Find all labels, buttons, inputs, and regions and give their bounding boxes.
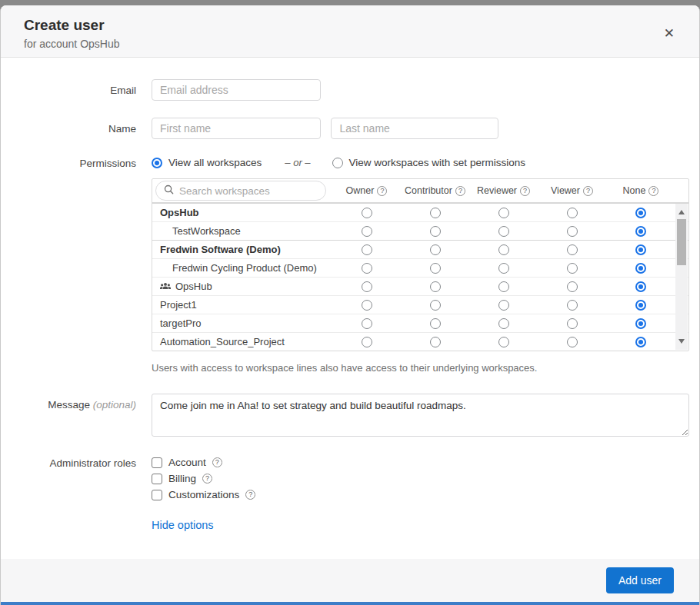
- workspace-table-row: Owner ? Contributor ? Reviewer ?: [1, 178, 699, 351]
- billing-label: Billing: [168, 473, 196, 484]
- radio-reviewer[interactable]: [498, 281, 509, 292]
- view-set-permissions-option[interactable]: View workspaces with set permissions: [332, 157, 525, 168]
- radio-none[interactable]: [635, 281, 646, 292]
- radio-contributor[interactable]: [430, 318, 441, 329]
- question-icon[interactable]: ?: [455, 186, 465, 196]
- workspace-search[interactable]: [155, 181, 326, 201]
- workspace-name: Automation_Source_Project: [152, 336, 332, 347]
- question-icon[interactable]: ?: [648, 186, 658, 196]
- table-row: Fredwin Software (Demo): [152, 240, 688, 258]
- table-row: OpsHub: [152, 277, 688, 295]
- radio-none[interactable]: [635, 226, 646, 237]
- close-icon[interactable]: ✕: [664, 27, 675, 40]
- column-header-viewer: Viewer ?: [538, 185, 606, 196]
- scrollbar-thumb[interactable]: [677, 219, 686, 265]
- radio-viewer[interactable]: [567, 318, 578, 329]
- add-user-button[interactable]: Add user: [606, 567, 674, 593]
- account-checkbox[interactable]: [152, 457, 162, 468]
- create-user-modal: Create user for account OpsHub ✕ Email N…: [0, 5, 700, 605]
- question-icon[interactable]: ?: [202, 474, 212, 484]
- radio-contributor[interactable]: [430, 337, 441, 347]
- search-icon: [164, 184, 174, 198]
- first-name-field[interactable]: [152, 118, 321, 139]
- workspace-name: Fredwin Cycling Product (Demo): [152, 262, 332, 274]
- radio-reviewer[interactable]: [498, 208, 509, 218]
- radio-reviewer[interactable]: [498, 244, 509, 255]
- question-icon[interactable]: ?: [583, 186, 593, 196]
- radio-reviewer[interactable]: [498, 263, 509, 274]
- scroll-down-icon[interactable]: [678, 339, 685, 344]
- radio-owner[interactable]: [362, 281, 372, 292]
- radio-viewer[interactable]: [567, 281, 578, 292]
- column-header-none: None ?: [606, 185, 675, 196]
- view-all-workspaces-option[interactable]: View all workspaces: [152, 157, 262, 168]
- radio-owner[interactable]: [362, 337, 372, 347]
- permissions-row: Permissions View all workspaces – or – V…: [1, 156, 699, 169]
- message-label: Message (optional): [1, 394, 136, 411]
- table-row: Automation_Source_Project: [152, 332, 688, 351]
- radio-none[interactable]: [635, 318, 646, 329]
- radio-viewer[interactable]: [567, 226, 578, 237]
- question-icon[interactable]: ?: [520, 186, 530, 196]
- admin-roles-label: Administrator roles: [1, 457, 136, 469]
- radio-owner[interactable]: [362, 226, 372, 237]
- radio-viewer[interactable]: [567, 208, 578, 218]
- radio-reviewer[interactable]: [498, 318, 509, 329]
- window-top-strip: [0, 0, 700, 5]
- email-field[interactable]: [152, 79, 321, 101]
- column-header-owner: Owner ?: [332, 185, 401, 196]
- message-field[interactable]: Come join me in Aha! to set strategy and…: [152, 394, 689, 437]
- customizations-label: Customizations: [168, 489, 239, 500]
- radio-viewer[interactable]: [567, 300, 578, 311]
- question-icon[interactable]: ?: [245, 490, 255, 500]
- last-name-field[interactable]: [331, 118, 498, 139]
- radio-viewer[interactable]: [567, 244, 578, 255]
- scroll-up-icon[interactable]: [678, 210, 685, 214]
- radio-owner[interactable]: [362, 318, 372, 329]
- radio-none[interactable]: [635, 337, 646, 347]
- window-bottom-strip: [1, 602, 699, 605]
- radio-owner[interactable]: [362, 208, 372, 218]
- radio-owner[interactable]: [362, 300, 372, 311]
- account-label: Account: [168, 457, 206, 468]
- workspace-permissions-table: Owner ? Contributor ? Reviewer ?: [152, 178, 689, 351]
- workspace-name: OpsHub: [152, 207, 332, 218]
- radio-none[interactable]: [635, 244, 646, 255]
- question-icon[interactable]: ?: [212, 457, 222, 467]
- table-row: Fredwin Cycling Product (Demo): [152, 258, 688, 277]
- radio-viewer[interactable]: [567, 263, 578, 274]
- table-scrollbar[interactable]: [675, 204, 688, 350]
- radio-none[interactable]: [635, 300, 646, 311]
- column-header-contributor: Contributor ?: [401, 185, 469, 196]
- radio-contributor[interactable]: [430, 263, 441, 274]
- radio-contributor[interactable]: [430, 244, 441, 255]
- radio-reviewer[interactable]: [498, 337, 509, 347]
- radio-reviewer[interactable]: [498, 300, 509, 311]
- radio-contributor[interactable]: [430, 281, 441, 292]
- customizations-checkbox[interactable]: [152, 490, 162, 500]
- view-all-radio[interactable]: [152, 158, 162, 168]
- customizations-role-option[interactable]: Customizations ?: [152, 489, 255, 500]
- email-label: Email: [1, 79, 136, 96]
- email-row: Email: [1, 79, 699, 101]
- radio-none[interactable]: [635, 208, 646, 218]
- view-set-radio[interactable]: [332, 158, 343, 168]
- question-icon[interactable]: ?: [377, 186, 387, 196]
- search-input[interactable]: [174, 182, 305, 199]
- radio-reviewer[interactable]: [498, 226, 509, 237]
- billing-checkbox[interactable]: [152, 474, 162, 484]
- radio-none[interactable]: [635, 263, 646, 274]
- radio-contributor[interactable]: [430, 208, 441, 218]
- radio-owner[interactable]: [362, 263, 372, 274]
- radio-viewer[interactable]: [567, 337, 578, 347]
- hide-options-link[interactable]: Hide options: [152, 519, 214, 531]
- page-title: Create user: [24, 17, 676, 34]
- workspace-note: Users with access to workspace lines als…: [152, 362, 699, 374]
- modal-body: Email Name Permissions Vie: [1, 58, 699, 559]
- radio-contributor[interactable]: [430, 226, 441, 237]
- radio-contributor[interactable]: [430, 300, 441, 311]
- radio-owner[interactable]: [362, 244, 372, 255]
- account-role-option[interactable]: Account ?: [152, 457, 255, 468]
- billing-role-option[interactable]: Billing ?: [152, 473, 255, 484]
- name-label: Name: [1, 118, 136, 135]
